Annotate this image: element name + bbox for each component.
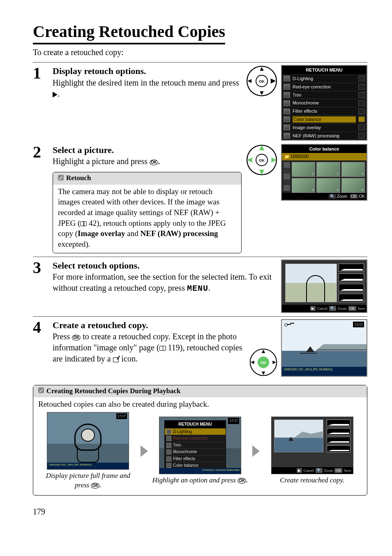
step-arrow-icon [141, 445, 148, 457]
menu-label: Monochrome [293, 100, 356, 106]
cancel-label: Cancel [317, 306, 327, 311]
step-3-heading: Select retouch options. [53, 259, 277, 272]
menu-label: Image overlay [293, 125, 356, 131]
menu-item-redeye: Red-eye correction [282, 83, 367, 91]
color-balance-screen: Color balance 📁 10005200 1 2 3 4 5 6 🔍Zo… [281, 144, 367, 201]
result-footer: 10005200 CSC_0013.JPG NORMAL [282, 367, 367, 376]
popup-item: Red-eye correction [165, 435, 226, 442]
dpad-ok-icon: OK [249, 348, 278, 377]
thumb-3: 3 [341, 162, 365, 177]
step-3-text-a: For more information, see the section fo… [53, 272, 272, 292]
caption-3: Create retouched copy. [262, 476, 362, 485]
playback-col-2: 17/17 RETOUCH MENU D-Lighting Red-eye co… [150, 417, 250, 485]
save-label: Save [358, 306, 365, 311]
popup-label: D-Lighting [173, 429, 192, 435]
divider [33, 257, 367, 257]
svg-marker-3 [260, 67, 263, 71]
cb-footer: 🔍Zoom OKOK [282, 193, 367, 200]
step-2: 2 Select a picture. Highlight a picture … [33, 144, 367, 253]
pencil-icon [38, 387, 44, 396]
playback-result: ▶Cancel 🔍Zoom OKSave [271, 417, 353, 474]
popup-item: Filter effects [165, 455, 226, 462]
popup-title: RETOUCH MENU [165, 421, 226, 428]
svg-marker-21 [272, 360, 276, 364]
svg-marker-19 [262, 371, 265, 375]
playback-col-3: ▶Cancel 🔍Zoom OKSave Create retouched co… [262, 417, 362, 485]
cb-thumb-grid: 1 2 3 4 5 6 [282, 160, 367, 193]
cb-folder: 📁 10005200 [282, 153, 367, 160]
retouch-menu-title: RETOUCH MENU [282, 66, 367, 74]
playback-retouch-popup: 17/17 RETOUCH MENU D-Lighting Red-eye co… [159, 417, 241, 474]
ok-icon: OK [72, 335, 81, 341]
svg-marker-12 [259, 169, 264, 174]
cb-folder-label: 10005200 [291, 154, 309, 159]
note-retouch-body: The camera may not be able to display or… [53, 185, 241, 253]
note-retouch-head: Retouch [53, 172, 241, 185]
note-title: Retouch [66, 174, 91, 182]
playback-fullframe: 17/17 10005200 DSC_0001.JPG NORMAL [47, 412, 129, 470]
page-number: 179 [33, 506, 367, 517]
thumb-6: 6 [341, 178, 365, 193]
menu-item-filter: Filter effects [282, 107, 367, 115]
step-3-number: 3 [33, 259, 47, 313]
zoom-label: Zoom [324, 468, 333, 473]
popup-label: Filter effects [173, 456, 195, 462]
note-body-b: and [125, 229, 141, 238]
note-body-c: excepted). [58, 240, 90, 248]
step-1-text-b: . [58, 89, 60, 98]
step-arrow-icon [252, 445, 260, 457]
cap2a: Highlight an option and press [152, 476, 238, 484]
svg-marker-14 [271, 157, 276, 162]
cap1b: . [99, 481, 101, 489]
popup-item: Monochrome [165, 448, 226, 455]
popup-label: Red-eye correction [173, 436, 208, 441]
popup-index: 17/17 [228, 418, 239, 424]
step-1-number: 1 [33, 65, 47, 141]
result-screen: 13/13 10005200 CSC_0013.JPG NORMAL [281, 319, 367, 377]
intro-text: To create a retouched copy: [33, 47, 367, 58]
result-folder: 10005200 CSC_0013.JPG NORMAL [284, 368, 333, 375]
protect-icon [284, 322, 291, 328]
svg-marker-6 [271, 79, 276, 83]
popup-item: D-Lighting [165, 428, 226, 435]
pb-index: 17/17 [116, 413, 127, 419]
ok-icon: OK [150, 160, 158, 165]
caption-1: Display picture full frame and press OK. [38, 471, 138, 490]
step-2-text-a: Highlight a picture and press [53, 157, 150, 166]
thumb-4: 4 [292, 178, 315, 193]
playback-title: Creating Retouched Copies During Playbac… [46, 387, 180, 395]
cap1a: Display picture full frame and press [46, 472, 130, 489]
step-3-text-b: . [208, 283, 210, 292]
divider [33, 62, 367, 63]
menu-item-overlay: Image overlay [282, 123, 367, 132]
cb-title: Color balance [282, 145, 367, 153]
thumb-1: 1 [292, 162, 315, 177]
menu-label: NEF (RAW) processing [293, 133, 356, 139]
svg-marker-20 [251, 360, 254, 364]
svg-marker-18 [262, 350, 265, 353]
note-bold-2: NEF (RAW) processing [141, 229, 218, 238]
cap2b: . [246, 476, 248, 484]
preview-footer: ▶Cancel 🔍Zoom OKSave [282, 305, 367, 312]
retouch-preview-screen: ▶Cancel 🔍Zoom OKSave [281, 259, 367, 313]
thumb-5: 5 [316, 178, 340, 193]
step-1-text-a: Highlight the desired item in the retouc… [53, 78, 239, 87]
cancel-label: Cancel [304, 468, 314, 473]
svg-text:OK: OK [259, 158, 265, 162]
retouch-menu-screen: RETOUCH MENU D-Lighting Red-eye correcti… [281, 65, 367, 141]
menu-label: Red-eye correction [293, 84, 356, 90]
save-label: Save [344, 468, 351, 473]
playback-note: Creating Retouched Copies During Playbac… [33, 385, 367, 496]
svg-text:OK: OK [261, 361, 266, 365]
popup-label: Color balance [173, 463, 198, 468]
step-1-text: Highlight the desired item in the retouc… [53, 77, 242, 100]
t4a: Press [53, 332, 72, 341]
ok-icon: OK [91, 483, 99, 489]
menu-item-monochrome: Monochrome [282, 99, 367, 107]
note-retouch: Retouch The camera may not be able to di… [53, 172, 242, 253]
pb-folder: 10005200 DSC_0001.JPG NORMAL [48, 463, 92, 469]
right-arrow-icon [53, 92, 58, 97]
book-icon [80, 221, 87, 226]
book-icon [159, 346, 166, 351]
caption-2: Highlight an option and press OK. [150, 476, 250, 485]
